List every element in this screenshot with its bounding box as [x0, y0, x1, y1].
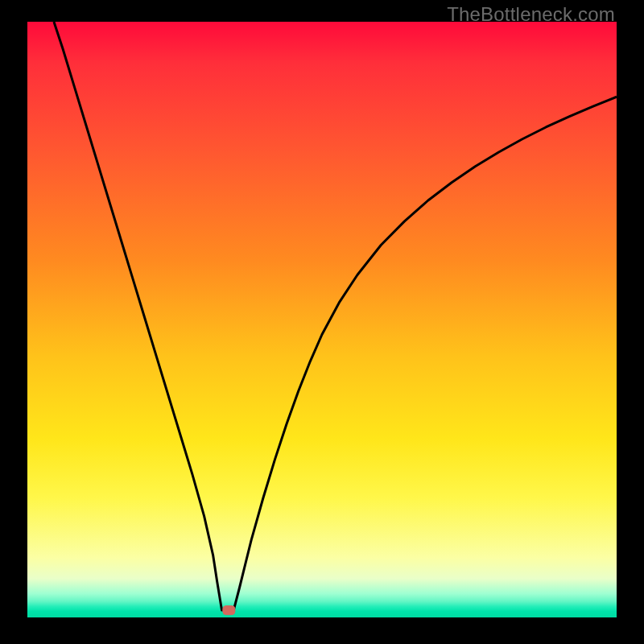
chart-frame: TheBottleneck.com	[0, 0, 644, 644]
bottleneck-curve	[54, 22, 617, 610]
plot-area	[27, 22, 617, 617]
curve-svg	[27, 22, 617, 617]
minimum-marker	[223, 606, 235, 615]
